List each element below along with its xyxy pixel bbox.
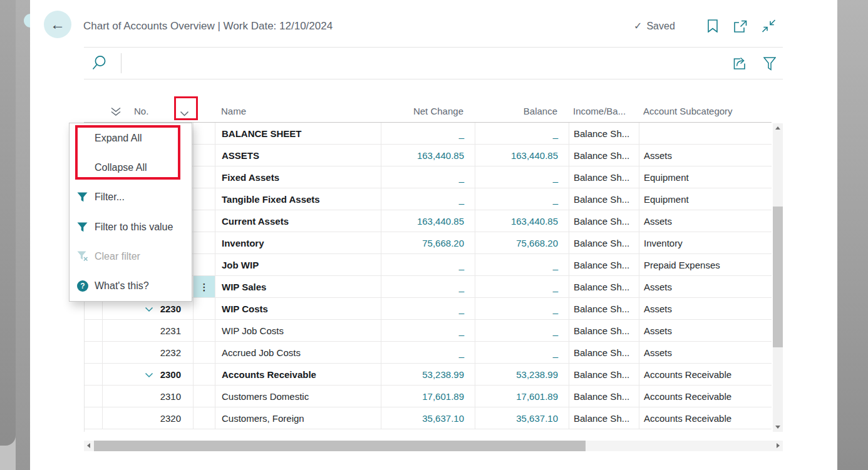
account-subcategory-cell[interactable]: Assets bbox=[639, 210, 772, 232]
balance-cell[interactable]: _ bbox=[475, 320, 569, 341]
balance-cell[interactable]: _ bbox=[475, 166, 569, 188]
net-change-cell[interactable]: _ bbox=[381, 123, 475, 144]
vertical-scrollbar[interactable] bbox=[773, 123, 783, 432]
income-balance-cell[interactable]: Balance Sh... bbox=[569, 145, 639, 166]
horizontal-scrollbar[interactable] bbox=[84, 441, 783, 451]
menu-item-filter[interactable]: Filter... bbox=[70, 183, 192, 212]
scroll-up-arrow-icon[interactable] bbox=[775, 126, 780, 130]
net-change-cell[interactable]: 53,238.99 bbox=[381, 364, 475, 385]
balance-cell[interactable]: _ bbox=[475, 298, 569, 319]
net-change-cell[interactable]: _ bbox=[381, 342, 475, 363]
row-options-cell[interactable] bbox=[194, 188, 215, 210]
balance-cell[interactable]: 53,238.99 bbox=[475, 364, 569, 385]
net-change-cell[interactable]: _ bbox=[381, 254, 475, 275]
balance-cell[interactable]: _ bbox=[475, 254, 569, 275]
column-header-balance[interactable]: Balance bbox=[475, 100, 569, 122]
income-balance-cell[interactable]: Balance Sh... bbox=[569, 232, 639, 253]
bookmark-button[interactable] bbox=[708, 19, 718, 35]
no-cell[interactable]: 2310 bbox=[103, 386, 194, 407]
scroll-down-arrow-icon[interactable] bbox=[775, 426, 780, 429]
balance-cell[interactable]: 75,668.20 bbox=[475, 232, 569, 253]
filter-button[interactable] bbox=[763, 57, 776, 73]
row-options-cell[interactable] bbox=[194, 342, 215, 363]
row-indent-cell[interactable] bbox=[85, 386, 103, 407]
account-subcategory-cell[interactable]: Prepaid Expenses bbox=[639, 254, 772, 275]
row-expand-chevron-icon[interactable] bbox=[145, 369, 153, 380]
row-options-cell[interactable]: ⋮ bbox=[194, 276, 215, 297]
row-options-cell[interactable] bbox=[194, 232, 215, 253]
name-cell[interactable]: Current Assets bbox=[215, 210, 381, 232]
account-subcategory-cell[interactable]: Assets bbox=[639, 298, 772, 319]
collapse-all-rows-icon[interactable] bbox=[110, 107, 121, 118]
column-header-account-subcategory[interactable]: Account Subcategory bbox=[639, 100, 772, 122]
income-balance-cell[interactable]: Balance Sh... bbox=[569, 254, 639, 275]
net-change-cell[interactable]: 35,637.10 bbox=[381, 407, 475, 429]
row-options-cell[interactable] bbox=[194, 123, 215, 144]
name-cell[interactable]: Job WIP bbox=[215, 254, 381, 275]
column-header-no[interactable]: No. bbox=[102, 100, 193, 122]
account-subcategory-cell[interactable]: Accounts Receivable bbox=[639, 407, 772, 429]
account-subcategory-cell[interactable]: Equipment bbox=[639, 166, 772, 188]
row-indent-cell[interactable] bbox=[85, 342, 103, 363]
balance-cell[interactable]: 163,440.85 bbox=[475, 145, 569, 166]
menu-item-collapse-all[interactable]: Collapse All bbox=[70, 153, 192, 182]
account-subcategory-cell[interactable]: Equipment bbox=[639, 188, 772, 210]
account-subcategory-cell[interactable]: Inventory bbox=[639, 232, 772, 253]
row-options-cell[interactable] bbox=[194, 298, 215, 319]
net-change-cell[interactable]: _ bbox=[381, 320, 475, 341]
name-cell[interactable]: Customers, Foreign bbox=[215, 407, 381, 429]
back-button[interactable]: ← bbox=[44, 11, 71, 38]
balance-cell[interactable]: _ bbox=[475, 123, 569, 144]
menu-item-expand-all[interactable]: Expand All bbox=[70, 123, 192, 153]
column-header-net-change[interactable]: Net Change bbox=[381, 100, 475, 122]
account-subcategory-cell[interactable] bbox=[639, 123, 772, 144]
row-indent-cell[interactable] bbox=[85, 364, 103, 385]
net-change-cell[interactable]: _ bbox=[381, 166, 475, 188]
open-in-new-window-button[interactable] bbox=[733, 20, 747, 35]
net-change-cell[interactable]: _ bbox=[381, 276, 475, 297]
account-subcategory-cell[interactable]: Accounts Receivable bbox=[639, 364, 772, 385]
row-options-cell[interactable] bbox=[194, 320, 215, 341]
row-options-cell[interactable] bbox=[194, 210, 215, 232]
name-cell[interactable]: WIP Job Costs bbox=[215, 320, 381, 341]
income-balance-cell[interactable]: Balance Sh... bbox=[569, 210, 639, 232]
row-options-cell[interactable] bbox=[194, 166, 215, 188]
no-cell[interactable]: 2320 bbox=[103, 407, 194, 429]
income-balance-cell[interactable]: Balance Sh... bbox=[569, 188, 639, 210]
name-cell[interactable]: ASSETS bbox=[215, 145, 381, 166]
name-cell[interactable]: Fixed Assets bbox=[215, 166, 381, 188]
income-balance-cell[interactable]: Balance Sh... bbox=[569, 123, 639, 144]
scroll-left-arrow-icon[interactable] bbox=[87, 443, 90, 448]
balance-cell[interactable]: _ bbox=[475, 276, 569, 297]
row-options-cell[interactable] bbox=[194, 407, 215, 429]
income-balance-cell[interactable]: Balance Sh... bbox=[569, 364, 639, 385]
net-change-cell[interactable]: 17,601.89 bbox=[381, 386, 475, 407]
search-button[interactable] bbox=[91, 55, 106, 73]
row-indent-cell[interactable] bbox=[85, 320, 103, 341]
row-options-cell[interactable] bbox=[194, 145, 215, 166]
name-cell[interactable]: BALANCE SHEET bbox=[215, 123, 381, 144]
account-subcategory-cell[interactable]: Assets bbox=[639, 276, 772, 297]
net-change-cell[interactable]: _ bbox=[381, 188, 475, 210]
row-options-cell[interactable] bbox=[194, 254, 215, 275]
balance-cell[interactable]: _ bbox=[475, 188, 569, 210]
no-cell[interactable]: 2232 bbox=[103, 342, 194, 363]
income-balance-cell[interactable]: Balance Sh... bbox=[569, 166, 639, 188]
menu-item-filter-to-this-value[interactable]: Filter to this value bbox=[70, 212, 192, 242]
net-change-cell[interactable]: 163,440.85 bbox=[381, 145, 475, 166]
name-cell[interactable]: Accounts Receivable bbox=[215, 364, 381, 385]
row-menu-dots-icon[interactable]: ⋮ bbox=[200, 282, 209, 292]
name-cell[interactable]: Accrued Job Costs bbox=[215, 342, 381, 363]
income-balance-cell[interactable]: Balance Sh... bbox=[569, 298, 639, 319]
horizontal-scrollbar-thumb[interactable] bbox=[94, 441, 586, 451]
balance-cell[interactable]: 17,601.89 bbox=[475, 386, 569, 407]
share-button[interactable] bbox=[733, 56, 747, 73]
vertical-scrollbar-thumb[interactable] bbox=[773, 207, 783, 347]
account-subcategory-cell[interactable]: Accounts Receivable bbox=[639, 386, 772, 407]
income-balance-cell[interactable]: Balance Sh... bbox=[569, 386, 639, 407]
balance-cell[interactable]: _ bbox=[475, 342, 569, 363]
name-cell[interactable]: Inventory bbox=[215, 232, 381, 253]
column-header-name[interactable]: Name bbox=[215, 100, 381, 122]
net-change-cell[interactable]: _ bbox=[381, 298, 475, 319]
income-balance-cell[interactable]: Balance Sh... bbox=[569, 276, 639, 297]
